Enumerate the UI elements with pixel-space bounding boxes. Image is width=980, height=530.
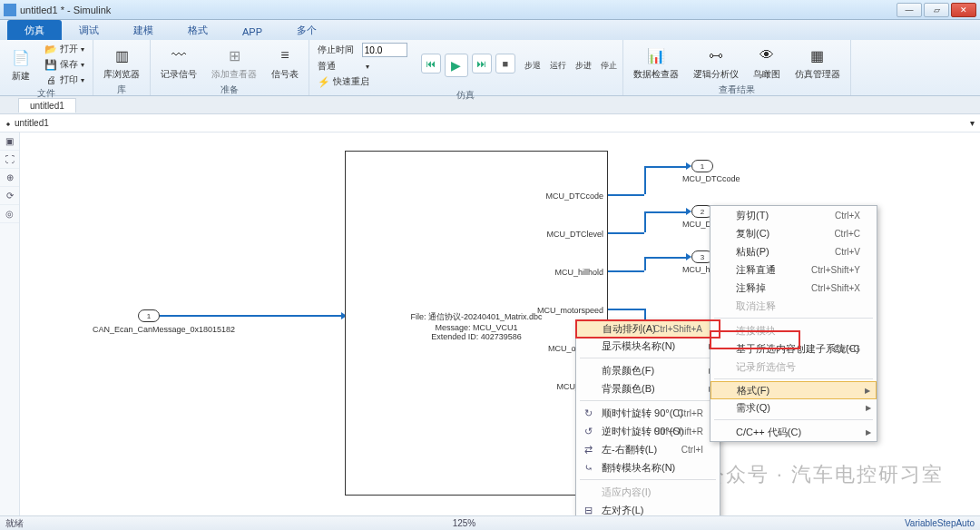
window-title: untitled1 * - Simulink	[20, 5, 897, 15]
save-icon: 💾	[44, 58, 57, 71]
open-button[interactable]: 📂打开 ▾	[42, 42, 87, 56]
status-solver[interactable]: VariableStepAuto	[905, 518, 975, 528]
menu-item[interactable]: 格式(F)▶	[710, 381, 877, 399]
ribbon-group-sim: 停止时间 普通▾ ⚡快速重启 ⏮ ▶ ⏭ ■ 步退 运行 步进 停止 仿真	[309, 40, 623, 95]
status-bar: 就绪 125% VariableStepAuto	[0, 515, 980, 530]
dropdown-icon[interactable]: ▾	[970, 118, 975, 128]
title-bar: untitled1 * - Simulink — ▱ ✕	[0, 0, 980, 20]
stop-icon: ■	[502, 58, 508, 69]
menu-item[interactable]: 自动排列(A)Ctrl+Shift+A	[576, 319, 720, 338]
signal-table-button[interactable]: ≡信号表	[267, 42, 303, 83]
breadcrumb-bar: ⬥ untitled1 ▾	[0, 114, 980, 132]
close-button[interactable]: ✕	[951, 3, 976, 17]
menu-item[interactable]: 注释直通Ctrl+Shift+Y	[710, 260, 877, 279]
submenu-format: 自动排列(A)Ctrl+Shift+A显示模块名称(N)▶前景颜色(F)▶背景颜…	[575, 319, 720, 515]
breadcrumb-text[interactable]: untitled1	[15, 118, 49, 128]
library-browser-button[interactable]: ▥库浏览器	[99, 42, 144, 83]
block-out-label: MCU_DTCcode	[545, 191, 603, 201]
menu-item[interactable]: C/C++ 代码(C)▶	[710, 423, 877, 441]
eye-icon: 👁	[756, 44, 778, 66]
ribbon: 📄新建 📂打开 ▾ 💾保存 ▾ 🖨打印 ▾ 文件 ▥库浏览器 库 〰记录信号 ⊞…	[0, 40, 980, 96]
menu-item[interactable]: ⇄左-右翻转(L)Ctrl+I	[576, 440, 720, 458]
menu-item[interactable]: 显示模块名称(N)▶	[576, 337, 720, 355]
simmgr-button[interactable]: ▦仿真管理器	[790, 42, 845, 83]
tab-app[interactable]: APP	[225, 23, 279, 40]
play-icon: ▶	[451, 58, 461, 73]
outport-label: MCU_hi	[682, 265, 712, 274]
ribbon-group-prep: 〰记录信号 ⊞添加查看器 ≡信号表 准备	[151, 40, 309, 95]
canvas-toolstrip: ▣ ⛶ ⊕ ⟳ ◎	[0, 132, 20, 515]
tool-zoomin[interactable]: ⊕	[0, 169, 19, 187]
print-button[interactable]: 🖨打印 ▾	[42, 73, 87, 87]
chevron-right-icon: ▶	[865, 387, 870, 395]
menu-item[interactable]: 粘贴(P)Ctrl+V	[710, 242, 877, 260]
menu-item[interactable]: 剪切(T)Ctrl+X	[710, 206, 877, 224]
model-canvas[interactable]: 1 CAN_Ecan_CanMessage_0x18015182 CAN Msg…	[20, 132, 980, 515]
tab-format[interactable]: 格式	[171, 20, 225, 40]
birdeye-button[interactable]: 👁鸟瞰图	[749, 42, 785, 83]
tool-explorer[interactable]: ▣	[0, 132, 19, 151]
step-fwd-button[interactable]: ⏭	[472, 54, 492, 74]
menu-item[interactable]: 复制(C)Ctrl+C	[710, 224, 877, 242]
menu-item[interactable]: 前景颜色(F)▶	[576, 361, 720, 379]
menu-item[interactable]: ↻顺时针旋转 90°(C)Ctrl+R	[576, 404, 720, 422]
flash-icon: ⚡	[318, 75, 330, 88]
add-viewer-button[interactable]: ⊞添加查看器	[207, 42, 261, 83]
menu-item[interactable]: 需求(Q)▶	[710, 398, 877, 417]
step-back-icon: ⏮	[426, 58, 436, 69]
menu-item: 连接模块	[710, 321, 877, 339]
menu-item[interactable]: ⊟左对齐(L)	[576, 501, 720, 515]
menu-icon: ⊟	[582, 505, 594, 516]
app-icon	[4, 4, 16, 16]
inport-1-label: CAN_Ecan_CanMessage_0x18015182	[93, 325, 235, 334]
logic-analyzer-button[interactable]: ⧟逻辑分析仪	[689, 42, 743, 83]
status-ready: 就绪	[5, 517, 24, 530]
scope-icon: 📊	[645, 44, 667, 66]
print-icon: 🖨	[44, 74, 57, 86]
save-button[interactable]: 💾保存 ▾	[42, 57, 87, 72]
tool-target[interactable]: ◎	[0, 205, 19, 223]
mode-select[interactable]: 普通▾	[315, 59, 410, 74]
tool-zoomfit[interactable]: ⛶	[0, 151, 19, 169]
tab-sim[interactable]: 仿真	[7, 20, 62, 40]
tool-hide[interactable]: ⟳	[0, 187, 19, 205]
menu-icon: ⇄	[582, 444, 594, 456]
ribbon-group-review: 📊数据检查器 ⧟逻辑分析仪 👁鸟瞰图 ▦仿真管理器 查看结果	[623, 40, 851, 95]
stop-time-input[interactable]	[362, 43, 407, 57]
run-button[interactable]: ▶	[445, 54, 468, 77]
menu-item[interactable]: ⤿翻转模块名称(N)	[576, 458, 720, 476]
step-back-button[interactable]: ⏮	[421, 54, 441, 74]
chevron-right-icon: ▶	[866, 404, 871, 412]
library-icon: ▥	[111, 44, 132, 66]
open-icon: 📂	[44, 43, 57, 55]
step-fwd-icon: ⏭	[476, 58, 486, 69]
outport-1[interactable]: 1	[691, 160, 713, 172]
new-button[interactable]: 📄新建	[5, 44, 36, 85]
tab-debug[interactable]: 调试	[62, 20, 116, 40]
menu-item[interactable]: 背景颜色(B)▶	[576, 379, 720, 398]
gear-icon: ▦	[807, 44, 828, 66]
menu-item[interactable]: ↺逆时针旋转 90°(O)Ctrl+Shift+R	[576, 422, 720, 440]
stop-button[interactable]: ■	[495, 54, 515, 74]
block-out-label: MCU_hillhold	[554, 268, 603, 277]
viewer-icon: ⊞	[223, 44, 245, 66]
can-unpack-block[interactable]: File: 通信协议-20240401_Matrix.dbc Message: …	[345, 151, 608, 496]
log-signal-button[interactable]: 〰记录信号	[156, 42, 201, 83]
tab-more[interactable]: 多个	[279, 20, 334, 40]
block-out-label: MCU_motorspeed	[537, 306, 603, 315]
menu-icon: ↺	[582, 426, 594, 437]
menu-item: 适应内容(I)	[576, 483, 720, 501]
maximize-button[interactable]: ▱	[924, 3, 949, 17]
data-inspector-button[interactable]: 📊数据检查器	[629, 42, 683, 83]
fast-restart-button[interactable]: ⚡快速重启	[315, 74, 410, 89]
ribbon-tabs: 仿真 调试 建模 格式 APP 多个	[0, 20, 980, 40]
menu-item[interactable]: 基于所选内容创建子系统(C)Ctrl+G	[710, 339, 877, 358]
tab-model[interactable]: 建模	[116, 20, 171, 40]
status-zoom[interactable]: 125%	[453, 518, 476, 528]
context-menu: 剪切(T)Ctrl+X复制(C)Ctrl+C粘贴(P)Ctrl+V注释直通Ctr…	[710, 205, 877, 442]
menu-icon: ↻	[582, 407, 594, 419]
inport-1[interactable]: 1	[138, 309, 160, 322]
doc-tab[interactable]: untitled1	[18, 98, 76, 113]
minimize-button[interactable]: —	[897, 3, 922, 17]
menu-item[interactable]: 注释掉Ctrl+Shift+X	[710, 279, 877, 297]
